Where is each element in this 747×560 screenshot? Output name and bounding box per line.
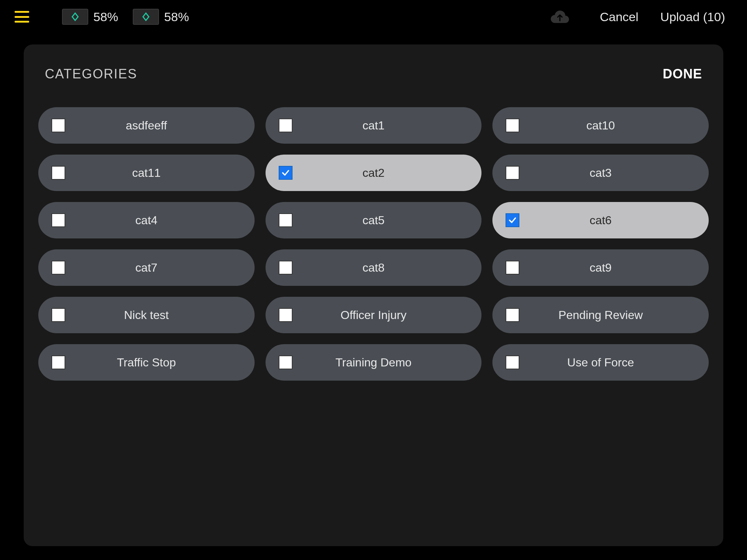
cloud-upload-icon[interactable] — [549, 8, 571, 26]
category-pill[interactable]: cat11 — [38, 155, 255, 191]
cancel-button[interactable]: Cancel — [593, 10, 646, 24]
category-pill[interactable]: cat6 — [492, 202, 709, 238]
category-label: cat11 — [65, 166, 241, 180]
category-checkbox[interactable] — [506, 166, 519, 180]
top-bar: 58% 58% Cancel Upload (10) — [0, 0, 747, 34]
category-checkbox[interactable] — [279, 261, 293, 275]
categories-grid: asdfeeffcat1cat10cat11cat2cat3cat4cat5ca… — [38, 107, 709, 381]
category-checkbox[interactable] — [506, 355, 519, 369]
category-pill[interactable]: cat5 — [266, 202, 482, 238]
category-pill[interactable]: cat7 — [38, 249, 255, 286]
category-checkbox[interactable] — [279, 118, 293, 132]
category-label: Traffic Stop — [65, 356, 241, 369]
category-checkbox[interactable] — [506, 308, 519, 322]
category-pill[interactable]: Pending Review — [492, 297, 709, 333]
panel-title: CATEGORIES — [45, 66, 137, 82]
category-checkbox[interactable] — [51, 166, 65, 180]
category-label: cat2 — [293, 166, 469, 180]
category-label: Officer Injury — [293, 308, 469, 322]
category-label: Training Demo — [293, 356, 469, 369]
category-label: cat9 — [519, 261, 696, 275]
camera-battery-icon — [62, 9, 88, 25]
category-checkbox[interactable] — [506, 213, 519, 227]
battery-2-percent: 58% — [164, 10, 189, 24]
category-label: cat5 — [293, 214, 469, 227]
category-label: cat6 — [519, 214, 696, 227]
category-pill[interactable]: asdfeeff — [38, 107, 255, 144]
categories-panel: CATEGORIES DONE asdfeeffcat1cat10cat11ca… — [24, 44, 723, 546]
category-pill[interactable]: cat4 — [38, 202, 255, 238]
camera-battery-icon — [133, 9, 159, 25]
category-label: cat8 — [293, 261, 469, 275]
menu-icon[interactable] — [15, 11, 29, 23]
category-checkbox[interactable] — [279, 355, 293, 369]
category-label: Use of Force — [519, 356, 696, 369]
category-checkbox[interactable] — [506, 118, 519, 132]
upload-button[interactable]: Upload (10) — [653, 10, 732, 24]
category-pill[interactable]: cat3 — [492, 155, 709, 191]
category-label: asdfeeff — [65, 119, 241, 132]
category-pill[interactable]: cat9 — [492, 249, 709, 286]
category-pill[interactable]: Training Demo — [266, 344, 482, 381]
category-label: cat1 — [293, 119, 469, 132]
category-pill[interactable]: cat8 — [266, 249, 482, 286]
category-checkbox[interactable] — [51, 118, 65, 132]
category-label: Pending Review — [519, 308, 696, 322]
category-checkbox[interactable] — [279, 213, 293, 227]
category-checkbox[interactable] — [51, 261, 65, 275]
category-pill[interactable]: cat10 — [492, 107, 709, 144]
category-label: cat4 — [65, 214, 241, 227]
category-checkbox[interactable] — [506, 261, 519, 275]
category-label: cat10 — [519, 119, 696, 132]
done-button[interactable]: DONE — [663, 66, 702, 82]
category-label: cat3 — [519, 166, 696, 180]
checkmark-icon — [508, 216, 517, 225]
category-label: cat7 — [65, 261, 241, 275]
category-pill[interactable]: Officer Injury — [266, 297, 482, 333]
battery-2: 58% — [133, 9, 189, 25]
battery-section: 58% 58% — [62, 9, 189, 25]
checkmark-icon — [281, 168, 290, 177]
category-checkbox[interactable] — [51, 355, 65, 369]
panel-header: CATEGORIES DONE — [38, 66, 709, 82]
category-checkbox[interactable] — [279, 166, 293, 180]
category-pill[interactable]: cat1 — [266, 107, 482, 144]
category-pill[interactable]: cat2 — [266, 155, 482, 191]
category-pill[interactable]: Traffic Stop — [38, 344, 255, 381]
category-label: Nick test — [65, 308, 241, 322]
category-checkbox[interactable] — [51, 308, 65, 322]
battery-1-percent: 58% — [93, 10, 118, 24]
category-pill[interactable]: Use of Force — [492, 344, 709, 381]
category-checkbox[interactable] — [279, 308, 293, 322]
category-checkbox[interactable] — [51, 213, 65, 227]
category-pill[interactable]: Nick test — [38, 297, 255, 333]
battery-1: 58% — [62, 9, 118, 25]
